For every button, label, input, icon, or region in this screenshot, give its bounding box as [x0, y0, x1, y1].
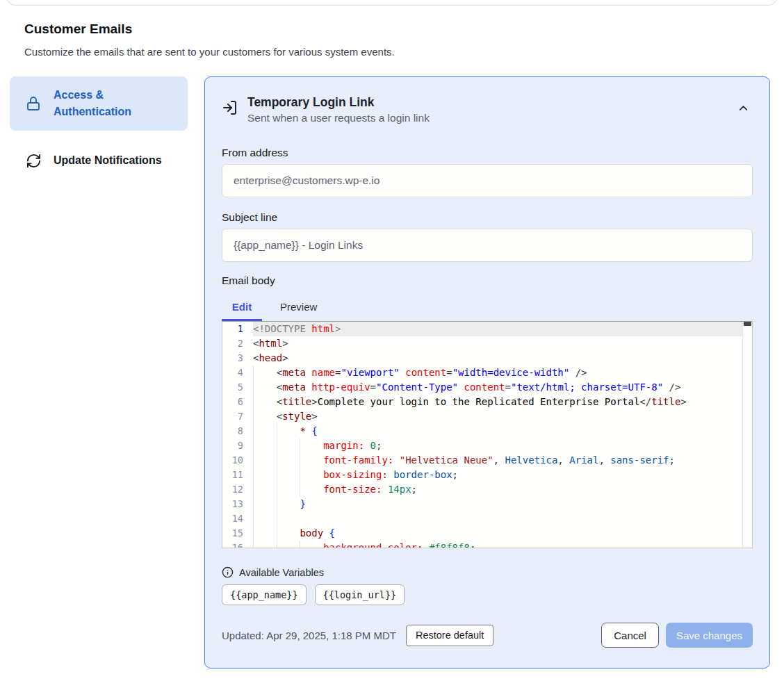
line-number: 9: [222, 438, 253, 453]
panel-title: Temporary Login Link: [247, 94, 430, 110]
variable-chips: {{app_name}} {{login_url}}: [222, 584, 753, 605]
email-types-sidebar: Access & Authentication Update Notificat…: [10, 76, 188, 179]
email-body-label: Email body: [222, 274, 753, 287]
panel-footer: Updated: Apr 29, 2025, 1:18 PM MDT Resto…: [222, 623, 753, 648]
line-number: 2: [222, 336, 253, 351]
collapse-panel-button[interactable]: [735, 99, 751, 116]
cancel-button[interactable]: Cancel: [601, 623, 659, 648]
code-line[interactable]: 15 body {: [222, 526, 752, 541]
save-changes-button[interactable]: Save changes: [666, 623, 753, 648]
editor-scrollbar-track[interactable]: [742, 322, 752, 548]
code-line[interactable]: 9 margin: 0;: [222, 438, 752, 453]
code-line[interactable]: 8 * {: [222, 424, 752, 438]
email-body-code-editor[interactable]: 1<!DOCTYPE html>2<html>3<head>4 <meta na…: [222, 321, 753, 548]
panel-header: Temporary Login Link Sent when a user re…: [222, 94, 753, 126]
temporary-login-link-panel: Temporary Login Link Sent when a user re…: [204, 76, 770, 668]
available-variables-row: Available Variables: [222, 566, 753, 578]
code-line[interactable]: 1<!DOCTYPE html>: [222, 322, 752, 336]
tab-edit[interactable]: Edit: [222, 294, 262, 319]
line-number: 14: [222, 511, 253, 526]
code-line[interactable]: 16 background-color: #f8f8f8;: [222, 541, 752, 548]
line-number: 13: [222, 497, 253, 511]
from-address-input[interactable]: [222, 164, 753, 197]
sidebar-item-label: Access & Authentication: [54, 87, 165, 120]
code-line[interactable]: 6 <title>Complete your login to the Repl…: [222, 395, 752, 409]
panel-subtitle: Sent when a user requests a login link: [247, 110, 430, 126]
code-line[interactable]: 7 <style>: [222, 409, 752, 424]
code-line[interactable]: 3<head>: [222, 351, 752, 366]
code-line[interactable]: 13 }: [222, 497, 752, 511]
restore-default-button[interactable]: Restore default: [406, 625, 493, 646]
variable-chip-login-url[interactable]: {{login_url}}: [315, 584, 405, 605]
code-line[interactable]: 2<html>: [222, 336, 752, 351]
code-line[interactable]: 12 font-size: 14px;: [222, 482, 752, 497]
code-lines: 1<!DOCTYPE html>2<html>3<head>4 <meta na…: [222, 322, 752, 548]
code-line[interactable]: 10 font-family: "Helvetica Neue", Helvet…: [222, 453, 752, 468]
line-number: 11: [222, 468, 253, 482]
chevron-up-icon: [737, 101, 750, 115]
updated-timestamp: Updated: Apr 29, 2025, 1:18 PM MDT: [222, 630, 396, 641]
available-variables-label: Available Variables: [239, 567, 324, 578]
refresh-icon: [25, 152, 42, 169]
subject-line-input[interactable]: [222, 229, 753, 262]
lock-icon: [25, 95, 42, 112]
line-number: 12: [222, 482, 253, 497]
log-in-icon: [222, 99, 238, 116]
line-number: 10: [222, 453, 253, 468]
code-line[interactable]: 4 <meta name="viewport" content="width=d…: [222, 366, 752, 380]
line-number: 16: [222, 541, 253, 548]
line-number: 8: [222, 424, 253, 438]
line-number: 3: [222, 351, 253, 366]
email-body-tabs: Edit Preview: [222, 294, 753, 321]
subject-line-label: Subject line: [222, 211, 753, 224]
line-number: 7: [222, 409, 253, 424]
previous-card-bottom-edge: [7, 0, 777, 6]
line-number: 4: [222, 366, 253, 380]
variable-chip-app-name[interactable]: {{app_name}}: [222, 584, 307, 605]
sidebar-item-update-notifications[interactable]: Update Notifications: [10, 142, 188, 179]
line-number: 15: [222, 526, 253, 541]
code-line[interactable]: 11 box-sizing: border-box;: [222, 468, 752, 482]
code-line[interactable]: 14: [222, 511, 752, 526]
page-title: Customer Emails: [24, 22, 132, 37]
line-number: 1: [222, 322, 253, 336]
code-line[interactable]: 5 <meta http-equiv="Content-Type" conten…: [222, 380, 752, 395]
sidebar-item-access-authentication[interactable]: Access & Authentication: [10, 76, 188, 131]
customer-emails-page: Customer Emails Customize the emails tha…: [0, 0, 784, 681]
sidebar-item-label: Update Notifications: [54, 154, 162, 167]
editor-scrollbar-thumb[interactable]: [744, 322, 751, 326]
line-number: 5: [222, 380, 253, 395]
line-number: 6: [222, 395, 253, 409]
panel-header-text: Temporary Login Link Sent when a user re…: [247, 94, 430, 126]
page-description: Customize the emails that are sent to yo…: [24, 46, 395, 58]
info-icon: [222, 566, 234, 578]
tab-preview[interactable]: Preview: [280, 294, 317, 319]
from-address-label: From address: [222, 147, 753, 159]
